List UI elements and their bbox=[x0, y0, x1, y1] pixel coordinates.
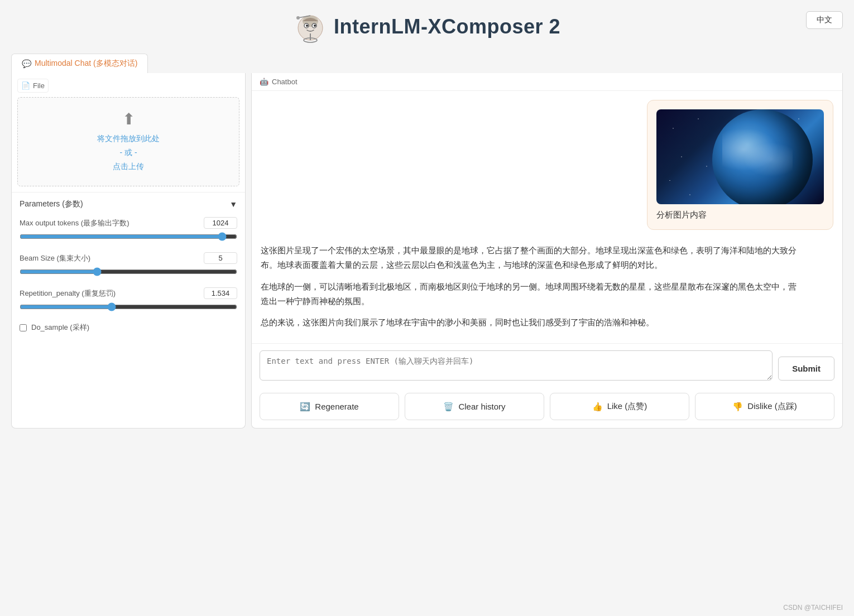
upload-icon: ⬆ bbox=[122, 110, 135, 128]
user-message: 分析图片内容 bbox=[647, 100, 833, 230]
param-rep-penalty: Repetition_penalty (重复惩罚) 1.534 bbox=[20, 287, 237, 314]
chatbot-icon: 🤖 bbox=[260, 78, 268, 86]
max-tokens-slider[interactable] bbox=[20, 232, 237, 241]
file-label-text: File bbox=[33, 81, 45, 90]
clear-history-label: Clear history bbox=[458, 402, 505, 411]
logo-icon bbox=[294, 10, 327, 44]
footer-text: CSDN @TAICHIFEI bbox=[783, 604, 843, 612]
like-button[interactable]: 👍 Like (点赞) bbox=[550, 393, 689, 420]
chatbot-label-text: Chatbot bbox=[272, 78, 298, 86]
param-max-tokens-label: Max output tokens (最多输出字数) 1024 bbox=[20, 217, 237, 229]
param-beam-size-value: 5 bbox=[204, 252, 237, 264]
bot-response-p2: 在地球的一侧，可以清晰地看到北极地区，而南极地区则位于地球的另一侧。地球周围环绕… bbox=[261, 280, 805, 309]
tab-bar: 💬 Multimodal Chat (多模态对话) bbox=[0, 49, 854, 73]
svg-point-5 bbox=[314, 25, 316, 27]
thumbs-up-icon: 👍 bbox=[592, 402, 603, 412]
param-rep-penalty-label: Repetition_penalty (重复惩罚) 1.534 bbox=[20, 287, 237, 299]
chat-area: 分析图片内容 这张图片呈现了一个宏伟的太空场景，其中最显眼的是地球，它占据了整个… bbox=[252, 91, 842, 343]
thumbs-down-icon: 👎 bbox=[732, 402, 743, 412]
action-buttons: 🔄 Regenerate 🗑️ Clear history 👍 Like (点赞… bbox=[252, 387, 842, 428]
do-sample-label[interactable]: Do_sample (采样) bbox=[31, 323, 89, 333]
main-content: 📄 File ⬆ 将文件拖放到此处 - 或 - 点击上传 Parameters … bbox=[0, 73, 854, 440]
input-area: Submit bbox=[252, 343, 842, 387]
user-message-text: 分析图片内容 bbox=[656, 210, 824, 220]
logo: InternLM-XComposer 2 bbox=[294, 10, 560, 44]
params-title: Parameters (参数) bbox=[20, 199, 83, 209]
chat-input[interactable] bbox=[260, 350, 773, 381]
right-panel: 🤖 Chatbot 分析图片内容 这张图片呈现了一个宏伟的太空场景，其中最显眼的… bbox=[251, 73, 843, 429]
left-panel: 📄 File ⬆ 将文件拖放到此处 - 或 - 点击上传 Parameters … bbox=[11, 73, 246, 429]
params-header: Parameters (参数) ▼ bbox=[20, 199, 237, 209]
param-max-tokens-name: Max output tokens (最多输出字数) bbox=[20, 218, 129, 228]
bot-response-p1: 这张图片呈现了一个宏伟的太空场景，其中最显眼的是地球，它占据了整个画面的大部分。… bbox=[261, 243, 805, 273]
svg-point-9 bbox=[296, 16, 300, 20]
earth-clouds bbox=[722, 129, 793, 180]
earth-image bbox=[656, 109, 824, 204]
language-button[interactable]: 中文 bbox=[806, 11, 843, 29]
beam-size-slider[interactable] bbox=[20, 267, 237, 276]
clear-history-button[interactable]: 🗑️ Clear history bbox=[405, 393, 544, 420]
param-max-tokens-value: 1024 bbox=[204, 217, 237, 229]
params-section: Parameters (参数) ▼ Max output tokens (最多输… bbox=[12, 192, 245, 339]
do-sample-row: Do_sample (采样) bbox=[20, 323, 237, 333]
header-title: InternLM-XComposer 2 bbox=[334, 15, 560, 38]
regenerate-icon: 🔄 bbox=[300, 402, 310, 412]
param-beam-size-name: Beam Size (集束大小) bbox=[20, 253, 90, 263]
param-beam-size: Beam Size (集束大小) 5 bbox=[20, 252, 237, 278]
bot-message: 这张图片呈现了一个宏伟的太空场景，其中最显眼的是地球，它占据了整个画面的大部分。… bbox=[261, 239, 805, 334]
rep-penalty-slider[interactable] bbox=[20, 302, 237, 311]
trash-icon: 🗑️ bbox=[443, 402, 454, 412]
chat-icon: 💬 bbox=[22, 59, 31, 68]
tab-multimodal-chat[interactable]: 💬 Multimodal Chat (多模态对话) bbox=[11, 54, 148, 73]
submit-button[interactable]: Submit bbox=[778, 357, 834, 381]
param-max-tokens: Max output tokens (最多输出字数) 1024 bbox=[20, 217, 237, 243]
do-sample-checkbox[interactable] bbox=[20, 324, 27, 331]
tab-label: Multimodal Chat (多模态对话) bbox=[35, 59, 137, 69]
params-collapse-icon[interactable]: ▼ bbox=[229, 200, 237, 209]
file-section: 📄 File ⬆ 将文件拖放到此处 - 或 - 点击上传 bbox=[12, 73, 245, 192]
chatbot-label: 🤖 Chatbot bbox=[252, 73, 842, 91]
regenerate-button[interactable]: 🔄 Regenerate bbox=[260, 393, 399, 420]
upload-area[interactable]: ⬆ 将文件拖放到此处 - 或 - 点击上传 bbox=[17, 97, 239, 186]
like-label: Like (点赞) bbox=[607, 401, 647, 412]
upload-text: 将文件拖放到此处 - 或 - 点击上传 bbox=[97, 132, 160, 174]
svg-point-4 bbox=[306, 25, 308, 27]
dislike-label: Dislike (点踩) bbox=[747, 401, 797, 412]
dislike-button[interactable]: 👎 Dislike (点踩) bbox=[695, 393, 834, 420]
regenerate-label: Regenerate bbox=[315, 402, 358, 411]
file-label: 📄 File bbox=[17, 79, 49, 93]
footer: CSDN @TAICHIFEI bbox=[783, 604, 843, 612]
earth-sphere bbox=[712, 109, 813, 204]
file-icon: 📄 bbox=[21, 81, 30, 90]
param-rep-penalty-value: 1.534 bbox=[204, 287, 237, 299]
bot-message-text: 这张图片呈现了一个宏伟的太空场景，其中最显眼的是地球，它占据了整个画面的大部分。… bbox=[261, 243, 805, 330]
param-beam-size-label: Beam Size (集束大小) 5 bbox=[20, 252, 237, 264]
param-rep-penalty-name: Repetition_penalty (重复惩罚) bbox=[20, 288, 116, 299]
bot-response-p3: 总的来说，这张图片向我们展示了地球在宇宙中的渺小和美丽，同时也让我们感受到了宇宙… bbox=[261, 315, 805, 330]
header: InternLM-XComposer 2 中文 bbox=[0, 0, 854, 49]
